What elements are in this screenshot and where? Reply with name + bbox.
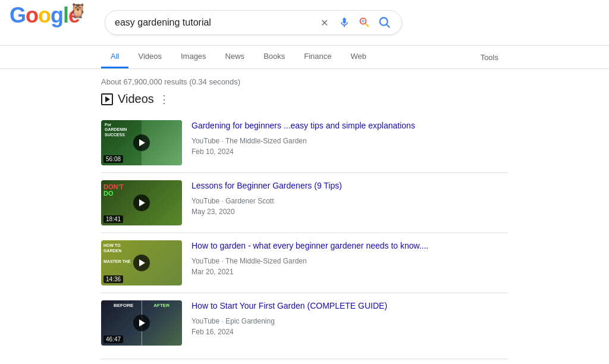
svg-line-2: [365, 23, 368, 26]
tab-finance[interactable]: Finance: [294, 46, 341, 68]
video-thumbnail-4[interactable]: BEFORE AFTER 46:47: [101, 300, 182, 346]
video-source-2: YouTube · Gardener Scott May 23, 2020: [192, 196, 508, 217]
video-info-3: How to garden - what every beginner gard…: [192, 240, 508, 285]
videos-section-title: Videos: [118, 92, 154, 106]
tab-news[interactable]: News: [216, 46, 255, 68]
tab-tools[interactable]: Tools: [471, 47, 508, 68]
video-item: HOW TOGARDENMASTER THE 14:36 How to gard…: [101, 233, 508, 293]
video-info-1: Gardening for beginners ...easy tips and…: [192, 120, 508, 165]
results-count: About 67,900,000 results (0.34 seconds): [101, 74, 508, 92]
clear-button[interactable]: ✕: [317, 15, 331, 30]
search-icons: ✕: [317, 15, 392, 30]
logo-owl-icon: 🦉: [69, 2, 87, 19]
logo-letter-l: l: [63, 5, 68, 26]
header: G o o g l e 🦉 ✕: [0, 0, 609, 46]
tab-images[interactable]: Images: [171, 46, 216, 68]
video-title-2[interactable]: Lessons for Beginner Gardeners (9 Tips): [192, 180, 508, 192]
video-item: ForGARDENINSUCCESS 56:08 Gardening for b…: [101, 113, 508, 173]
tab-videos[interactable]: Videos: [128, 46, 171, 68]
video-source-4: YouTube · Epic Gardening Feb 16, 2024: [192, 316, 508, 337]
play-button-3[interactable]: [133, 255, 150, 271]
how-to-label: HOW TOGARDENMASTER THE: [103, 243, 131, 264]
logo: G o o g l e 🦉: [10, 5, 93, 40]
dont-do-label: DON'T DO: [103, 184, 124, 197]
logo-letter-g1: G: [10, 5, 26, 26]
lens-button[interactable]: [357, 15, 372, 30]
main-content: About 67,900,000 results (0.34 seconds) …: [0, 69, 609, 364]
more-options-icon[interactable]: ⋮: [159, 93, 169, 106]
svg-point-1: [362, 20, 365, 23]
video-source-1: YouTube · The Middle-Sized Garden Feb 10…: [192, 136, 508, 157]
logo-letter-o2: o: [38, 5, 51, 26]
video-title-1[interactable]: Gardening for beginners ...easy tips and…: [192, 120, 508, 132]
mic-button[interactable]: [337, 15, 351, 30]
logo-letter-o1: o: [26, 5, 38, 26]
video-section-icon: [101, 93, 113, 105]
videos-header: Videos ⋮: [101, 92, 508, 106]
video-item: BEFORE AFTER 46:47 How to Start Your Fir…: [101, 293, 508, 353]
search-icon: [378, 16, 391, 29]
video-source-3: YouTube · The Middle-Sized Garden Mar 20…: [192, 256, 508, 277]
video-info-4: How to Start Your First Garden (COMPLETE…: [192, 300, 508, 346]
duration-badge-1: 56:08: [103, 155, 123, 163]
play-button-1[interactable]: [133, 134, 150, 151]
play-button-2[interactable]: [133, 194, 150, 211]
play-button-4[interactable]: [133, 315, 150, 331]
search-input[interactable]: [115, 17, 312, 28]
video-title-3[interactable]: How to garden - what every beginner gard…: [192, 240, 508, 252]
svg-line-4: [387, 24, 390, 27]
nav-tabs: All Videos Images News Books Finance Web…: [0, 46, 609, 69]
video-thumbnail-2[interactable]: DON'T DO 18:41: [101, 180, 182, 225]
video-title-4[interactable]: How to Start Your First Garden (COMPLETE…: [192, 300, 508, 312]
video-thumbnail-3[interactable]: HOW TOGARDENMASTER THE 14:36: [101, 240, 182, 285]
svg-point-3: [380, 18, 388, 26]
video-thumbnail-1[interactable]: ForGARDENINSUCCESS 56:08: [101, 120, 182, 165]
video-info-2: Lessons for Beginner Gardeners (9 Tips) …: [192, 180, 508, 225]
tab-web[interactable]: Web: [341, 46, 376, 68]
duration-badge-3: 14:36: [103, 275, 123, 283]
videos-section: Videos ⋮ ForGARDENINSUCCESS 56:08 Garden…: [101, 92, 508, 359]
clear-icon: ✕: [321, 17, 328, 29]
logo-letter-g2: g: [51, 5, 63, 26]
duration-badge-4: 46:47: [103, 335, 123, 343]
duration-badge-2: 18:41: [103, 215, 123, 223]
search-button[interactable]: [378, 15, 392, 30]
tab-books[interactable]: Books: [254, 46, 294, 68]
video-item: DON'T DO 18:41 Lessons for Beginner Gard…: [101, 173, 508, 233]
tab-all[interactable]: All: [101, 46, 128, 68]
search-bar: ✕: [105, 10, 402, 35]
mic-icon: [338, 17, 350, 29]
lens-icon: [359, 17, 371, 29]
